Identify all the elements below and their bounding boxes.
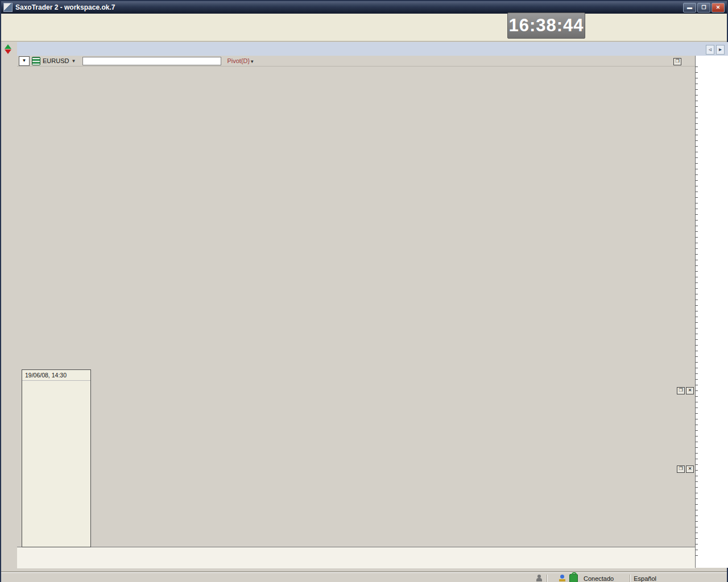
price-axis <box>695 56 728 568</box>
chart-maximize-icon[interactable]: ❐ <box>673 58 681 65</box>
instrument-icon <box>32 57 40 65</box>
instrument-caret-icon[interactable]: ▼ <box>71 59 76 64</box>
application-window: SaxoTrader 2 - workspace.ok.7 ▬ ❐ ✕ 16:3… <box>0 0 728 582</box>
minimize-button[interactable]: ▬ <box>683 3 696 13</box>
chart-header: ▼ EURUSD ▼ Pivot{D}▼ ❐ <box>17 56 695 66</box>
language-indicator[interactable]: Español <box>634 575 656 582</box>
lock-icon <box>569 574 578 582</box>
cci-close-icon[interactable]: ✕ <box>686 465 694 473</box>
document-tabs <box>17 42 728 56</box>
rsi-maximize-icon[interactable]: ❐ <box>677 387 685 394</box>
title-bar: SaxoTrader 2 - workspace.ok.7 ▬ ❐ ✕ <box>1 1 727 14</box>
chart-dropdown-button[interactable]: ▼ <box>19 56 30 66</box>
tooltip-timestamp: 19/06/08, 14:30 <box>22 370 90 381</box>
data-tooltip-panel: 19/06/08, 14:30 <box>22 369 91 547</box>
left-sidebar <box>1 42 17 568</box>
instrument-label[interactable]: EURUSD <box>43 57 69 64</box>
window-title: SaxoTrader 2 - workspace.ok.7 <box>15 3 115 11</box>
tab-scroll-right-icon[interactable]: ▸ <box>716 45 725 55</box>
pivot-indicator-label[interactable]: Pivot{D}▼ <box>227 57 254 64</box>
user-icon <box>536 575 543 582</box>
tab-scroll-left-icon[interactable]: ◃ <box>706 45 714 55</box>
price-chart-canvas[interactable] <box>17 66 695 547</box>
time-axis <box>17 547 695 568</box>
app-icon <box>3 3 13 12</box>
toolbar <box>1 26 727 41</box>
rsi-close-icon[interactable]: ✕ <box>686 387 694 394</box>
restore-button[interactable]: ❐ <box>697 3 710 13</box>
close-button[interactable]: ✕ <box>712 3 725 13</box>
chart-search-input[interactable] <box>82 57 221 65</box>
status-bar: Conectado Español <box>1 572 727 582</box>
network-icon <box>559 575 566 582</box>
cci-maximize-icon[interactable]: ❐ <box>677 465 685 473</box>
menu-bar <box>1 14 727 27</box>
connection-status: Conectado <box>584 575 614 582</box>
clock: 16:38:44 <box>507 13 585 39</box>
